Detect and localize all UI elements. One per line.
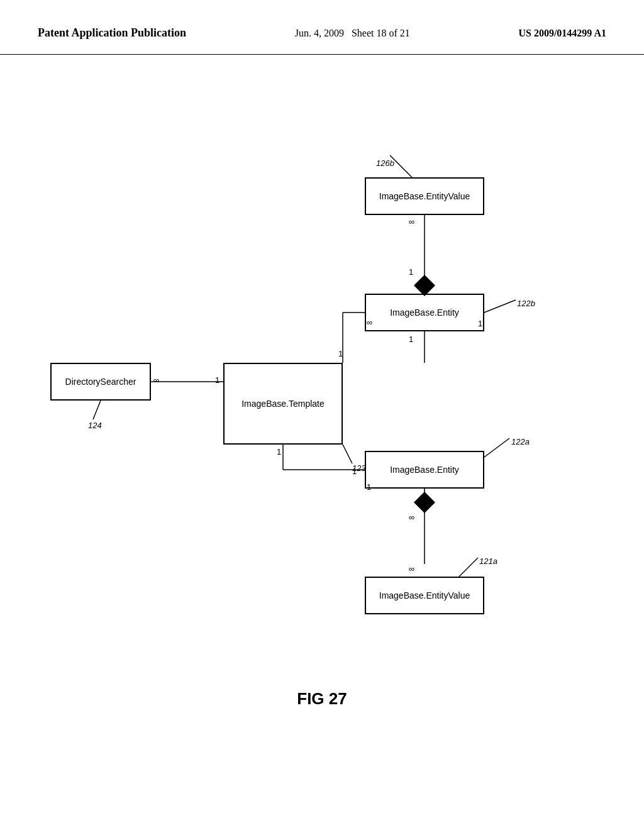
label-inf-2: ∞	[367, 318, 372, 327]
imagebase-entity-bottom-box: ImageBase.Entity	[365, 451, 484, 489]
header-center: Jun. 4, 2009 Sheet 18 of 21	[295, 25, 410, 42]
diagram-area: ImageBase.EntityValue 126b ImageBase.Ent…	[0, 55, 644, 746]
label-one-7: 1	[367, 482, 371, 492]
svg-line-12	[93, 401, 101, 419]
label-one-3: 1	[478, 319, 482, 328]
directory-searcher-label: DirectorySearcher	[65, 377, 136, 387]
imagebase-entityvalue-top-label: ImageBase.EntityValue	[379, 191, 470, 201]
imagebase-template-box: ImageBase.Template	[223, 363, 343, 445]
imagebase-entityvalue-bottom-label: ImageBase.EntityValue	[379, 590, 470, 600]
figure-caption: FIG 27	[0, 689, 644, 709]
directory-searcher-box: DirectorySearcher	[50, 363, 151, 401]
publication-date: Jun. 4, 2009	[295, 28, 344, 38]
ref-124: 124	[88, 421, 102, 430]
ref-126b: 126b	[376, 158, 394, 168]
imagebase-entity-bottom-label: ImageBase.Entity	[390, 465, 459, 475]
label-one-1: 1	[409, 267, 413, 277]
svg-line-14	[459, 558, 478, 577]
label-inf-ds: ∞	[153, 375, 159, 385]
imagebase-template-label: ImageBase.Template	[242, 399, 325, 409]
imagebase-entity-top-label: ImageBase.Entity	[390, 307, 459, 318]
imagebase-entityvalue-bottom-box: ImageBase.EntityValue	[365, 577, 484, 614]
ref-122a: 122a	[511, 437, 530, 446]
label-one-ds-right: 1	[215, 375, 219, 385]
label-one-2: 1	[409, 335, 413, 344]
svg-line-13	[484, 438, 509, 457]
label-inf-1: ∞	[409, 217, 414, 226]
label-one-6: 1	[352, 467, 357, 476]
sheet-info: Sheet 18 of 21	[352, 28, 410, 38]
publication-title: Patent Application Publication	[38, 25, 186, 41]
label-one-4: 1	[338, 349, 343, 358]
patent-number: US 2009/0144299 A1	[518, 25, 606, 42]
label-inf-4: ∞	[409, 564, 414, 573]
label-inf-3: ∞	[409, 512, 414, 522]
imagebase-entityvalue-top-box: ImageBase.EntityValue	[365, 177, 484, 215]
imagebase-entity-top-box: ImageBase.Entity	[365, 294, 484, 331]
ref-122b: 122b	[517, 299, 535, 308]
page-header: Patent Application Publication Jun. 4, 2…	[0, 0, 644, 55]
svg-line-11	[343, 445, 352, 463]
svg-line-10	[484, 300, 516, 313]
label-one-5: 1	[277, 447, 281, 456]
ref-121a: 121a	[479, 556, 497, 566]
